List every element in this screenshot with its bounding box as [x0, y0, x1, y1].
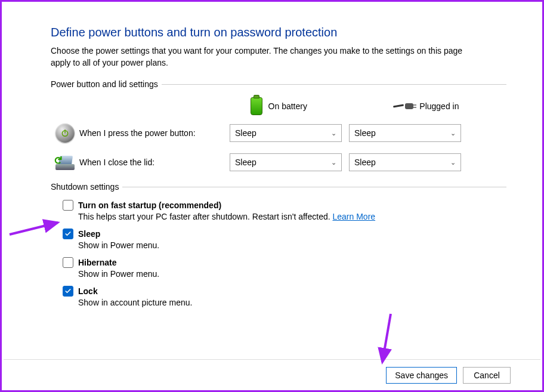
select-value: Sleep	[235, 158, 256, 167]
lock-desc: Show in account picture menu.	[78, 298, 506, 307]
power-button-battery-select[interactable]: Sleep ⌄	[230, 124, 342, 142]
sleep-item: Sleep Show in Power menu.	[63, 229, 506, 250]
close-lid-battery-select[interactable]: Sleep ⌄	[230, 153, 342, 171]
column-plugged-label: Plugged in	[419, 101, 459, 111]
power-button-label: When I press the power button:	[79, 128, 230, 138]
lock-checkbox[interactable]	[63, 286, 73, 297]
section-header-power-lid: Power button and lid settings	[51, 79, 506, 89]
hibernate-checkbox[interactable]	[63, 257, 73, 268]
hibernate-label: Hibernate	[78, 258, 117, 267]
fast-startup-checkbox[interactable]	[63, 200, 73, 211]
section-label: Power button and lid settings	[51, 79, 158, 89]
lock-item: Lock Show in account picture menu.	[63, 286, 506, 307]
chevron-down-icon: ⌄	[450, 159, 456, 166]
column-battery-label: On battery	[268, 101, 307, 111]
laptop-lid-icon: ↻	[54, 155, 76, 170]
fast-startup-label: Turn on fast startup (recommended)	[78, 200, 221, 210]
plug-icon	[393, 102, 413, 110]
fast-startup-desc: This helps start your PC faster after sh…	[78, 212, 506, 221]
select-value: Sleep	[354, 128, 376, 138]
sleep-checkbox[interactable]	[63, 229, 73, 239]
battery-icon	[251, 97, 262, 115]
fast-startup-item: Turn on fast startup (recommended) This …	[63, 200, 506, 221]
sleep-desc: Show in Power menu.	[78, 240, 506, 250]
close-lid-label: When I close the lid:	[79, 158, 230, 167]
page-title: Define power buttons and turn on passwor…	[51, 26, 506, 39]
select-value: Sleep	[235, 128, 256, 138]
learn-more-link[interactable]: Learn More	[333, 212, 376, 221]
power-button-row: When I press the power button: Sleep ⌄ S…	[51, 124, 506, 143]
chevron-down-icon: ⌄	[331, 129, 336, 137]
chevron-down-icon: ⌄	[331, 159, 336, 166]
cancel-button[interactable]: Cancel	[463, 367, 511, 384]
select-value: Sleep	[354, 158, 376, 167]
page-description: Choose the power settings that you want …	[51, 45, 480, 69]
lock-label: Lock	[78, 286, 98, 296]
section-header-shutdown: Shutdown settings	[51, 182, 506, 192]
hibernate-desc: Show in Power menu.	[78, 269, 506, 279]
save-changes-button[interactable]: Save changes	[386, 367, 457, 384]
hibernate-item: Hibernate Show in Power menu.	[63, 257, 506, 279]
divider	[162, 84, 506, 85]
svg-line-3	[382, 314, 391, 362]
sleep-label: Sleep	[78, 229, 100, 239]
divider	[122, 187, 506, 187]
footer: Save changes Cancel	[4, 359, 540, 390]
chevron-down-icon: ⌄	[450, 129, 456, 137]
power-button-plugged-select[interactable]: Sleep ⌄	[349, 124, 461, 142]
section-label: Shutdown settings	[51, 182, 119, 192]
power-button-icon	[55, 124, 75, 143]
close-lid-row: ↻ When I close the lid: Sleep ⌄ Sleep ⌄	[51, 153, 506, 171]
close-lid-plugged-select[interactable]: Sleep ⌄	[349, 153, 461, 171]
